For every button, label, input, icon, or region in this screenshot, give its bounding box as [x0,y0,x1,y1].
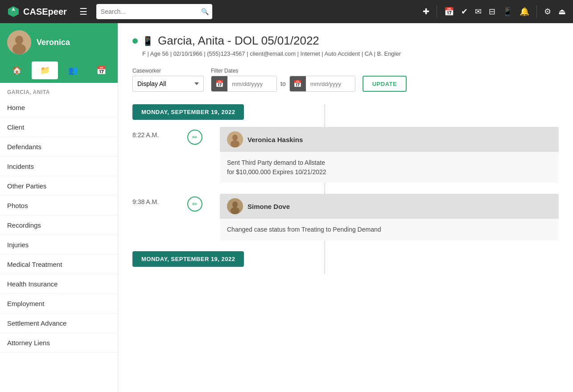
sidebar-client-name: GARCIA, ANITA [0,83,118,98]
sidebar-item-employment[interactable]: Employment [0,294,118,314]
svg-point-10 [231,207,239,214]
sidebar-item-defendants[interactable]: Defendants [0,137,118,157]
sidebar-tabs: 🏠 📁 👥 📅 [0,61,118,83]
sidebar: Veronica 🏠 📁 👥 📅 GARCIA, ANITA Home Clie… [0,23,118,392]
svg-point-7 [231,140,239,147]
timeline: MONDAY, SEPTEMBER 19, 2022 8:22 A.M. ✏ [132,104,559,274]
filter-dates: 📅 to 📅 [211,76,355,92]
card-author-1: Veronica Haskins [247,136,303,143]
timeline-time-1: 8:22 A.M. [132,127,177,139]
timeline-time-2: 9:38 A.M. [132,194,177,205]
signout-icon[interactable]: ⏏ [558,7,566,16]
filter-dates-group: Filter Dates 📅 to 📅 [211,68,355,92]
timeline-card-1: Veronica Haskins Sent Third Party demand… [220,127,559,183]
checkmark-icon[interactable]: ✔ [461,7,468,16]
search-input[interactable] [96,4,212,19]
hamburger-menu[interactable]: ☰ [76,4,91,19]
calendar-icon[interactable]: 📅 [444,7,454,16]
sidebar-user: Veronica [0,23,118,61]
timeline-connector-2: ✏ [177,194,213,212]
sidebar-item-photos[interactable]: Photos [0,196,118,216]
caseworker-filter-group: Caseworker Display All [132,68,204,92]
app-name: CASEpeer [23,7,67,17]
filter-bar: Caseworker Display All Filter Dates 📅 to… [132,68,559,92]
add-icon[interactable]: ✚ [423,7,429,16]
end-date-calendar-icon[interactable]: 📅 [290,76,306,92]
timeline-entry-2: 9:38 A.M. ✏ Simone Dove [132,194,559,241]
timeline-date-header-2: MONDAY, SEPTEMBER 19, 2022 [132,251,244,267]
card-author-2: Simone Dove [247,203,290,210]
sidebar-item-recordings[interactable]: Recordings [0,216,118,235]
sidebar-item-home[interactable]: Home [0,98,118,118]
timeline-card-header-2: Simone Dove [220,194,559,219]
topnav-icons: ✚ 📅 ✔ ✉ ⊟ 📱 🔔 ⚙ ⏏ [423,5,566,18]
timeline-entry-1: 8:22 A.M. ✏ Veronica Haskins [132,127,559,183]
start-date-calendar-icon[interactable]: 📅 [211,76,227,92]
sidebar-item-incidents[interactable]: Incidents [0,157,118,176]
sidebar-item-medical-treatment[interactable]: Medical Treatment [0,255,118,274]
card-avatar-2 [227,198,243,214]
client-meta: F | Age 56 | 02/10/1966 | (555)123-4567 … [142,50,559,57]
svg-point-3 [15,36,23,45]
update-button[interactable]: UPDATE [363,76,407,92]
main-layout: Veronica 🏠 📁 👥 📅 GARCIA, ANITA Home Clie… [0,23,573,392]
timeline-card-body-2: Changed case status from Treating to Pen… [220,219,559,241]
start-date-wrap: 📅 [211,76,277,92]
app-logo: CASEpeer [7,5,67,18]
timeline-date-header-1: MONDAY, SEPTEMBER 19, 2022 [132,104,244,120]
sidebar-item-client[interactable]: Client [0,118,118,137]
sidebar-item-settlement-advance[interactable]: Settlement Advance [0,314,118,333]
svg-point-9 [232,201,238,208]
end-date-wrap: 📅 [289,76,355,92]
main-content: 📱 Garcia, Anita - DOL 05/01/2022 F | Age… [118,23,573,392]
sidebar-item-injuries[interactable]: Injuries [0,235,118,255]
sidebar-tab-people[interactable]: 👥 [60,61,86,79]
sidebar-tab-folder[interactable]: 📁 [32,61,58,79]
filter-dates-label: Filter Dates [211,68,355,74]
status-dot [132,38,138,44]
mail-icon[interactable]: ✉ [475,7,482,16]
timeline-card-body-1: Sent Third Party demand to Allstate for … [220,152,559,183]
client-header: 📱 Garcia, Anita - DOL 05/01/2022 F | Age… [132,34,559,57]
logo-icon [7,5,20,18]
avatar [7,30,31,54]
to-label: to [280,80,286,87]
edit-button-1[interactable]: ✏ [187,130,202,145]
divider [437,5,437,18]
sidebar-item-health-insurance[interactable]: Health Insurance [0,274,118,294]
svg-point-4 [12,44,26,54]
svg-point-6 [232,135,238,141]
avatar-image [7,30,31,54]
inbox-icon[interactable]: ⊟ [489,7,495,16]
card-avatar-image-2 [227,198,243,214]
sidebar-item-attorney-liens[interactable]: Attorney Liens [0,333,118,353]
timeline-connector-1: ✏ [177,127,213,145]
caseworker-label: Caseworker [132,68,204,74]
search-bar[interactable]: 🔍 [96,4,212,19]
gear-icon[interactable]: ⚙ [544,7,551,16]
search-icon: 🔍 [201,8,209,15]
top-navigation: CASEpeer ☰ 🔍 ✚ 📅 ✔ ✉ ⊟ 📱 🔔 ⚙ ⏏ [0,0,573,23]
timeline-card-text-2a: Changed case status from Treating to Pen… [227,225,552,234]
caseworker-select[interactable]: Display All [132,76,204,92]
start-date-input[interactable] [227,76,276,91]
phone-icon-title: 📱 [142,36,153,46]
timeline-card-text-1b: for $10,000.000 Expires 10/21/2022 [227,167,552,177]
card-avatar-1 [227,131,243,147]
sidebar-tab-calendar[interactable]: 📅 [88,61,114,79]
timeline-card-text-1a: Sent Third Party demand to Allstate [227,158,552,167]
client-name: Garcia, Anita - DOL 05/01/2022 [158,34,319,48]
sidebar-tab-home[interactable]: 🏠 [4,61,30,79]
phone-icon[interactable]: 📱 [503,7,512,16]
sidebar-item-other-parties[interactable]: Other Parties [0,176,118,196]
bell-icon[interactable]: 🔔 [519,7,529,16]
timeline-card-header-1: Veronica Haskins [220,127,559,152]
divider2 [536,5,537,18]
client-title: 📱 Garcia, Anita - DOL 05/01/2022 [132,34,559,48]
edit-button-2[interactable]: ✏ [187,196,202,212]
end-date-input[interactable] [306,76,355,91]
card-avatar-image-1 [227,131,243,147]
sidebar-username: Veronica [37,38,70,47]
timeline-card-2: Simone Dove Changed case status from Tre… [220,194,559,241]
